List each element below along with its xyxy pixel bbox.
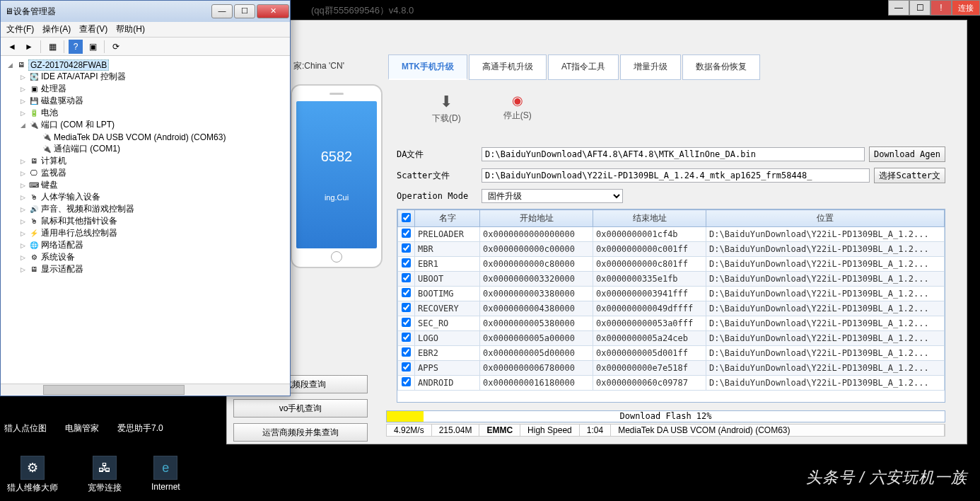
dm-hscrollbar[interactable] [1, 384, 290, 396]
status-type: EMMC [479, 425, 520, 436]
desktop-icon-ie[interactable]: eInternet [151, 456, 180, 494]
batt-icon: 🔋 [28, 108, 40, 119]
bg-maximize-button[interactable]: ☐ [909, 0, 931, 16]
table-row[interactable]: RECOVERY0x00000000043800000x000000000049… [398, 301, 945, 316]
carrier-query-button[interactable]: 运营商频段并集查询 [233, 423, 368, 442]
mtk-icon: 🔌 [41, 132, 52, 143]
table-row[interactable]: EBR20x0000000005d000000x0000000005d001ff… [398, 346, 945, 361]
toolbar-refresh-icon[interactable]: ⟳ [109, 40, 123, 54]
device-tree[interactable]: ◢🖥GZ-20170428FWAB ▷💽IDE ATA/ATAPI 控制器▷▣处… [1, 56, 290, 381]
tree-node-disk[interactable]: ▷💾磁盘驱动器 [6, 95, 290, 107]
ie-icon: e [153, 456, 177, 480]
toolbar-back-icon[interactable]: ◄ [5, 40, 19, 54]
toolbar-help-icon[interactable]: ? [69, 40, 83, 54]
header-check[interactable] [398, 210, 415, 227]
cpu-icon: ▣ [28, 84, 40, 95]
repair-icon: ⚙ [21, 456, 45, 480]
choose-scatter-button[interactable]: 选择Scatter文 [874, 168, 945, 183]
tree-node-keyboard[interactable]: ▷⌨键盘 [6, 179, 290, 191]
bg-connect-button[interactable]: 连接 [952, 0, 980, 16]
header-start[interactable]: 开始地址 [480, 210, 593, 227]
keyboard-icon: ⌨ [28, 180, 40, 191]
dm-menu-help[interactable]: 帮助(H) [116, 23, 145, 35]
tree-node-ports[interactable]: ◢🔌端口 (COM 和 LPT) [6, 119, 290, 131]
tree-node-computer[interactable]: ▷🖥计算机 [6, 155, 290, 167]
table-row[interactable]: PRELOADER0x00000000000000000x0000000001c… [398, 227, 945, 242]
tree-node-usb[interactable]: ▷⚡通用串行总线控制器 [6, 227, 290, 239]
tree-node-mouse[interactable]: ▷🖱鼠标和其他指针设备 [6, 215, 290, 227]
tree-root[interactable]: GZ-20170428FWAB [28, 59, 109, 71]
tab-inc[interactable]: 增量升级 [620, 54, 681, 80]
opmode-select[interactable]: 固件升级 [482, 189, 623, 203]
device-manager-window: 🖥 设备管理器 — ☐ ✕ 文件(F) 操作(A) 查看(V) 帮助(H) ◄ … [0, 0, 291, 396]
tab-at[interactable]: AT指令工具 [548, 54, 619, 80]
download-button[interactable]: ⬇下载(D) [432, 93, 461, 125]
tree-node-ide[interactable]: ▷💽IDE ATA/ATAPI 控制器 [6, 71, 290, 83]
table-row[interactable]: MBR0x0000000000c000000x0000000000c001ffD… [398, 242, 945, 257]
dm-menu-view[interactable]: 查看(V) [79, 23, 107, 35]
status-port: MediaTek DA USB VCOM (Android) (COM63) [611, 425, 945, 436]
dm-title: 设备管理器 [13, 6, 211, 18]
toolbar-fwd-icon[interactable]: ► [22, 40, 36, 54]
table-row[interactable]: LOGO0x0000000005a000000x0000000005a24ceb… [398, 331, 945, 346]
net-icon: 🌐 [28, 240, 40, 251]
da-file-input[interactable] [482, 147, 865, 161]
label-aisi[interactable]: 爱思助手7.0 [117, 422, 163, 434]
tree-node-batt[interactable]: ▷🔋电池 [6, 107, 290, 119]
tab-backup[interactable]: 数据备份恢复 [682, 54, 760, 80]
desktop-icon-repair[interactable]: ⚙猎人维修大师 [7, 456, 58, 494]
table-row[interactable]: ANDROID0x00000000161800000x0000000060c09… [398, 376, 945, 391]
dm-app-icon: 🖥 [5, 6, 13, 16]
scatter-file-input[interactable] [482, 168, 870, 183]
table-row[interactable]: UBOOT0x00000000033200000x0000000335e1fbD… [398, 272, 945, 287]
download-agent-button[interactable]: Download Agen [869, 146, 945, 162]
tree-node-mtk[interactable]: 🔌MediaTek DA USB VCOM (Android) (COM63) [6, 131, 290, 143]
tree-node-com1[interactable]: 🔌通信端口 (COM1) [6, 143, 290, 155]
tree-node-display[interactable]: ▷🖥显示适配器 [6, 263, 290, 275]
partition-grid[interactable]: 名字 开始地址 结束地址 位置 PRELOADER0x0000000000000… [397, 209, 945, 403]
dm-close-button[interactable]: ✕ [257, 4, 289, 18]
toolbar-scan-icon[interactable]: ▣ [86, 40, 100, 54]
hid-icon: 🖱 [28, 192, 40, 203]
download-icon: ⬇ [432, 93, 461, 111]
tab-mtk[interactable]: MTK手机升级 [388, 54, 467, 80]
tree-node-net[interactable]: ▷🌐网络适配器 [6, 239, 290, 251]
header-end[interactable]: 结束地址 [593, 210, 706, 227]
progress-text: Download Flash 12% [387, 411, 945, 422]
status-size: 215.04M [432, 425, 480, 436]
desktop-labels: 猎人点位图 电脑管家 爱思助手7.0 [4, 422, 163, 434]
table-row[interactable]: EBR10x0000000000c800000x0000000000c801ff… [398, 257, 945, 272]
label-hunter[interactable]: 猎人点位图 [4, 422, 47, 434]
desktop-icon-broadband[interactable]: 🖧宽带连接 [88, 456, 122, 494]
status-speed: 4.92M/s [387, 425, 432, 436]
dm-maximize-button[interactable]: ☐ [234, 4, 255, 18]
tab-qcom[interactable]: 高通手机升级 [469, 54, 547, 80]
header-name[interactable]: 名字 [415, 210, 480, 227]
vivo-query-button[interactable]: vo手机查询 [233, 399, 368, 418]
audio-icon: 🔊 [28, 204, 40, 215]
stop-button[interactable]: ◉停止(S) [503, 93, 532, 125]
table-row[interactable]: APPS0x00000000067800000x000000000e7e518f… [398, 361, 945, 376]
header-loc[interactable]: 位置 [706, 210, 945, 227]
tree-node-cpu[interactable]: ▷▣处理器 [6, 83, 290, 95]
tree-node-monitor[interactable]: ▷🖵监视器 [6, 167, 290, 179]
usb-icon: ⚡ [28, 228, 40, 239]
bg-minimize-button[interactable]: — [888, 0, 909, 16]
table-row[interactable]: SEC_RO0x00000000053800000x000000000053a0… [398, 316, 945, 331]
tab-bar: MTK手机升级 高通手机升级 AT指令工具 增量升级 数据备份恢复 [388, 54, 760, 80]
dm-minimize-button[interactable]: — [211, 4, 233, 18]
ide-icon: 💽 [28, 71, 40, 83]
da-label: DA文件 [397, 149, 482, 161]
table-row[interactable]: BOOTIMG0x00000000033800000x0000000003941… [398, 287, 945, 301]
tree-node-sys[interactable]: ▷⚙系统设备 [6, 251, 290, 263]
dm-menu-action[interactable]: 操作(A) [42, 23, 71, 35]
stop-icon: ◉ [503, 93, 532, 108]
status-bar: 4.92M/s 215.04M EMMC High Speed 1:04 Med… [386, 424, 945, 437]
ports-icon: 🔌 [28, 120, 40, 131]
scatter-label: Scatter文件 [397, 170, 482, 182]
tree-node-hid[interactable]: ▷🖱人体学输入设备 [6, 191, 290, 203]
label-pcm[interactable]: 电脑管家 [65, 422, 99, 434]
toolbar-detail-icon[interactable]: ▦ [45, 40, 59, 54]
dm-menu-file[interactable]: 文件(F) [6, 23, 34, 35]
tree-node-audio[interactable]: ▷🔊声音、视频和游戏控制器 [6, 203, 290, 215]
